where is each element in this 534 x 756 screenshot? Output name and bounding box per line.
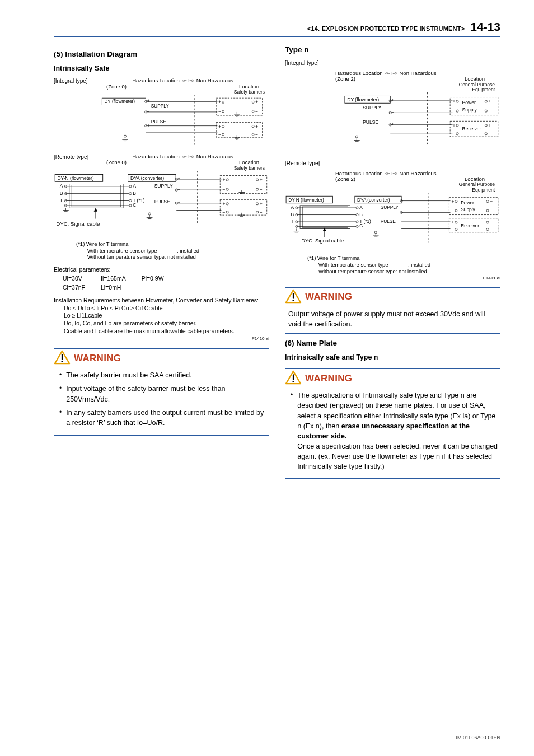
param-ci: Ci=37nF	[63, 284, 100, 292]
svg-text:A: A	[133, 183, 136, 189]
param-pi: Pi=0.9W	[142, 275, 179, 283]
gpe-line2-2: Equipment	[472, 187, 495, 193]
svg-text:SUPPLY: SUPPLY	[151, 104, 169, 109]
svg-text:T: T	[60, 198, 63, 203]
svg-text:+: +	[223, 177, 226, 183]
gpe-line2: Equipment	[472, 87, 495, 92]
warn-bullet-1: The safety barrier must be SAA certified…	[66, 370, 191, 380]
svg-rect-178	[302, 207, 348, 227]
svg-point-140	[456, 100, 458, 102]
chapter-title: <14. EXPLOSION PROTECTED TYPE INSTRUMENT…	[307, 25, 465, 32]
svg-rect-61	[69, 184, 123, 208]
svg-point-71	[129, 199, 132, 202]
wire-note-with-val: : installed	[177, 248, 199, 254]
zone2-r2: (Zone 2)	[335, 176, 355, 182]
figure-id-right: F1411.ai	[285, 276, 500, 281]
warn-bullet-2: Input voltage of the safety barrier must…	[66, 384, 268, 404]
svg-text:DY (flowmeter): DY (flowmeter)	[347, 97, 379, 102]
remote-label-right: [Remote type]	[285, 160, 500, 167]
svg-text:−: −	[490, 208, 493, 214]
svg-point-220	[486, 221, 489, 223]
svg-text:B: B	[359, 212, 363, 217]
wiring-svg-integral-is: DY (flowmeter) SUPPLY PULSE + − +	[96, 95, 269, 147]
svg-text:A: A	[60, 183, 63, 189]
svg-point-185	[356, 214, 358, 216]
svg-text:+: +	[260, 177, 263, 183]
document-id: IM 01F06A00-01EN	[456, 735, 500, 740]
svg-point-69	[129, 193, 132, 195]
warn-bullet-3: In any safety barriers used the output c…	[66, 408, 268, 428]
svg-point-105	[256, 211, 258, 213]
svg-point-146	[485, 100, 487, 102]
svg-text:C: C	[133, 202, 136, 208]
svg-point-20	[222, 110, 224, 113]
svg-text:−: −	[177, 186, 180, 192]
dy-flowmeter-text: DY (flowmeter)	[104, 100, 135, 105]
svg-text:A: A	[359, 204, 363, 210]
svg-point-189	[356, 225, 358, 227]
svg-text:+: +	[391, 122, 394, 127]
svg-point-103	[256, 203, 258, 205]
warning-icon	[285, 289, 302, 306]
svg-text:−: −	[402, 209, 405, 215]
svg-text:−: −	[223, 209, 226, 215]
svg-point-152	[456, 133, 458, 135]
nonhaz-label: Non Hazardous	[196, 78, 233, 83]
remote-label: [Remote type]	[54, 154, 93, 160]
svg-text:−: −	[255, 109, 258, 114]
svg-marker-116	[94, 208, 97, 211]
section-5-title: (5) Installation Diagram	[54, 49, 269, 59]
warning-title-left: WARNING	[74, 352, 121, 365]
svg-text:+: +	[177, 200, 180, 206]
wiring-svg-remote-typen: DY-N (flowmeter) DYA (converter) A B T A…	[285, 193, 500, 251]
right-column: Type n [Integral type] Hazardous Locatio…	[285, 45, 500, 484]
svg-text:Supply: Supply	[462, 108, 477, 113]
svg-text:Receiver: Receiver	[461, 223, 479, 229]
svg-text:+: +	[218, 100, 221, 105]
param-li: Li=0mH	[101, 284, 140, 292]
svg-point-222	[486, 228, 489, 231]
warning-block-r2: WARNING The specifications of Intrinsica…	[285, 368, 500, 479]
svg-text:Power: Power	[461, 200, 474, 206]
svg-text:SUPPLY: SUPPLY	[154, 183, 173, 189]
svg-text:C: C	[359, 223, 363, 229]
svg-point-101	[226, 211, 228, 213]
svg-point-235	[293, 381, 294, 382]
svg-text:+: +	[223, 201, 226, 207]
svg-text:B: B	[60, 190, 63, 196]
svg-point-18	[222, 101, 224, 104]
intrinsically-safe-title: Intrinsically Safe	[54, 64, 269, 73]
wire-note-without-r: Without temperature sensor type: not ins…	[285, 268, 500, 275]
svg-point-150	[456, 124, 458, 127]
svg-point-158	[355, 136, 358, 138]
diagram-typen-integral: Hazardous Location Non Hazardous (Zone 2…	[285, 71, 500, 154]
wire-note-title-r: (*1) Wire for T terminal	[307, 255, 361, 261]
svg-point-120	[62, 361, 63, 362]
safety-barriers-label-2: Safety barriers	[96, 166, 269, 171]
svg-text:+: +	[452, 220, 455, 225]
wire-note-title: (*1) Wire for T terminal	[76, 241, 130, 247]
svg-point-28	[222, 133, 224, 136]
svg-point-41	[124, 135, 126, 137]
svg-text:−: −	[255, 132, 258, 137]
diagram-typen-remote: Hazardous Location Non Hazardous (Zone 2…	[285, 171, 500, 281]
svg-point-213	[486, 209, 489, 212]
warning-icon	[285, 370, 302, 387]
section-6-title: (6) Name Plate	[285, 338, 500, 348]
safety-barriers-label: Safety barriers	[96, 90, 269, 95]
req-line1: Uo ≤ Ui Io ≤ Ii Po ≤ Pi Co ≥ Ci1Ccable	[54, 305, 269, 312]
svg-point-73	[129, 204, 132, 207]
wire-note-with: With temperature sensor type	[87, 248, 177, 254]
svg-text:+: +	[490, 199, 493, 204]
svg-point-148	[485, 110, 487, 112]
svg-text:−: −	[452, 109, 455, 114]
warning-icon	[54, 350, 71, 367]
svg-point-207	[455, 209, 457, 212]
svg-point-93	[226, 188, 228, 190]
diagram-is-integral: [Integral type] Hazardous Location Non H…	[54, 78, 269, 148]
double-arrow-icon	[385, 171, 397, 176]
svg-point-22	[252, 101, 254, 104]
zone0-label: (Zone 0)	[106, 84, 127, 90]
req-line3: Uo, Io, Co, and Lo are parameters of saf…	[54, 320, 269, 328]
svg-text:+: +	[490, 220, 493, 225]
